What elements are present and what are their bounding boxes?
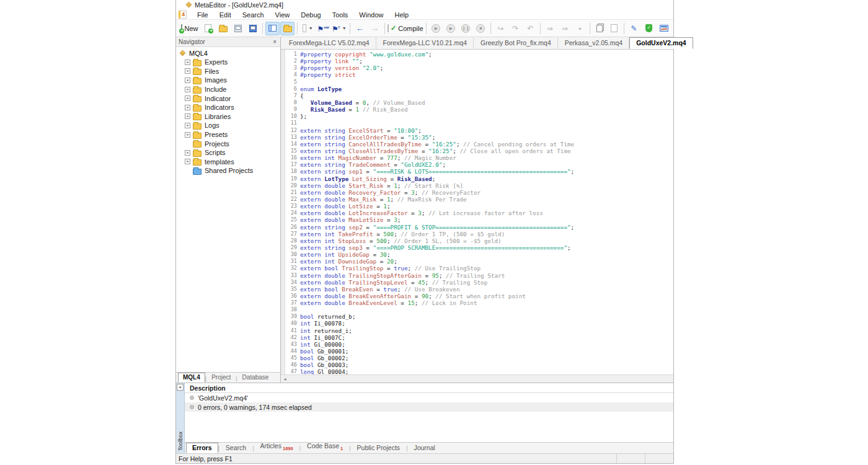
editor-tab-forexmega-llc-v10-21-mq4[interactable]: ForexMega-LLC V10.21.mq4 [376, 37, 474, 49]
toolbox-tab-articles[interactable]: Articles 1690 [254, 441, 299, 453]
code-line[interactable]: 15extern string CloseAllTradesByTime = "… [285, 148, 673, 154]
save-as-button[interactable] [246, 22, 260, 35]
tree-root-mql4[interactable]: MQL4 [176, 48, 280, 58]
expand-icon[interactable]: + [185, 123, 190, 128]
toolbox-tab-journal[interactable]: Journal [407, 443, 441, 453]
code-line[interactable]: 25extern double MaxLotSize = 3; [285, 216, 673, 223]
error-list-row[interactable]: 'GoldUxeV2.mq4' [185, 393, 673, 402]
code-line[interactable]: 14extern string CancelAllTradesByTime = … [285, 141, 673, 148]
forward-button[interactable]: → [368, 22, 382, 35]
code-line[interactable]: 44bool Gb_00001; [285, 348, 673, 355]
toolbox-tab-search[interactable]: Search [219, 443, 252, 453]
menu-item-debug[interactable]: Debug [295, 11, 326, 19]
code-line[interactable]: 9 Risk_Based = 1 // Risk_Based [285, 106, 673, 113]
navigator-tab-project[interactable]: Project [206, 373, 236, 383]
code-line[interactable]: 20extern double Start_Risk = 1; // Start… [285, 182, 673, 189]
copy-button[interactable] [592, 22, 606, 35]
expand-icon[interactable]: + [185, 68, 190, 74]
toggle-toolbox-button[interactable] [280, 22, 294, 35]
code-line[interactable]: 34extern double TrailingStopLevel = 45; … [285, 279, 673, 286]
menu-item-search[interactable]: Search [237, 11, 270, 19]
next-statement-button[interactable]: ⇒ [558, 22, 572, 35]
code-line[interactable]: 19extern LotType Lot_Sizing = Risk_Based… [285, 175, 673, 182]
expand-icon[interactable]: + [185, 60, 190, 65]
scroll-left-icon[interactable]: ◄ [281, 375, 289, 383]
code-line[interactable]: 26extern string sep2 = "====PROFIT & STO… [285, 224, 673, 231]
toolbox-tab-public-projects[interactable]: Public Projects [351, 443, 406, 453]
menu-item-window[interactable]: Window [353, 11, 389, 19]
toolbox-tab-code-base[interactable]: Code Base 1 [301, 441, 349, 453]
open-terminal-button[interactable] [657, 22, 671, 35]
code-line[interactable]: 2#property link ""; [285, 58, 673, 64]
expand-icon[interactable]: + [185, 78, 190, 83]
error-list-row[interactable]: 0 errors, 0 warnings, 174 msec elapsed [185, 402, 673, 412]
code-line[interactable]: 31extern int DownsideGap = 20; [285, 258, 673, 265]
code-line[interactable]: 6enum LotType [285, 86, 673, 92]
code-line[interactable]: 41int returned_i; [285, 327, 673, 334]
tree-item-presets[interactable]: +Presets [176, 130, 280, 140]
toolbox-tab-errors[interactable]: Errors [186, 443, 218, 453]
back-button[interactable]: ← [353, 22, 367, 35]
tree-item-projects[interactable]: Projects [176, 139, 280, 148]
tree-item-indicators[interactable]: +Indicators [176, 103, 280, 112]
debug-stop-button[interactable]: ■ [474, 22, 488, 35]
expand-icon[interactable]: + [185, 87, 190, 92]
editor-tab-golduxev2-mq4[interactable]: GoldUxeV2.mq4 [629, 37, 693, 49]
save-button[interactable] [231, 22, 245, 35]
mql5-community-button[interactable]: ✓ [642, 22, 656, 35]
toolbox-close-icon[interactable]: × [177, 384, 184, 391]
tree-item-images[interactable]: +Images [176, 76, 280, 85]
code-line[interactable]: 21extern double Recovery_Factor = 3; // … [285, 189, 673, 196]
debug-resume-button[interactable]: ▶ [444, 22, 458, 35]
new-button[interactable]: + New [179, 22, 200, 35]
code-line[interactable]: 16extern int MagicNumber = 777; // Magic… [285, 154, 673, 161]
styler-dropdown-button[interactable]: ▼ [300, 22, 316, 35]
expand-icon[interactable]: + [185, 150, 190, 156]
editor-tab-greezly-bot-pro-fix-mq4[interactable]: Greezly Bot Pro_fix.mq4 [474, 37, 558, 49]
open-button[interactable] [216, 22, 230, 35]
navigator-tab-database[interactable]: Database [237, 373, 274, 383]
code-line[interactable]: 43int Gi_00000; [285, 341, 673, 348]
code-line[interactable]: 37extern double BreakEvenLevel = 15; // … [285, 299, 673, 306]
code-line[interactable]: 36extern double BreakEvenAfterGain = 90;… [285, 293, 673, 299]
tree-item-scripts[interactable]: +Scripts [176, 148, 280, 157]
expand-icon[interactable]: + [185, 95, 190, 101]
code-line[interactable]: 23extern double LotSize = 1; [285, 203, 673, 210]
expand-icon[interactable]: + [185, 159, 190, 164]
expand-icon[interactable]: + [185, 105, 190, 110]
tree-item-shared-projects[interactable]: Shared Projects [176, 166, 280, 175]
expand-icon[interactable]: + [185, 132, 190, 138]
tree-item-files[interactable]: +Files [176, 67, 280, 76]
code-line[interactable]: 47long Gl_00004; [285, 368, 673, 374]
code-line[interactable]: 45bool Gb_00002; [285, 355, 673, 361]
code-line[interactable]: 7{ [285, 92, 673, 99]
menu-item-help[interactable]: Help [389, 11, 414, 19]
code-line[interactable]: 30extern int UpsideGap = 30; [285, 251, 673, 258]
tree-item-indicator[interactable]: +Indicator [176, 94, 280, 103]
code-line[interactable]: 39bool returned_b; [285, 313, 673, 320]
code-line[interactable]: 18extern string sep1 = "====RISK & LOTS=… [285, 168, 673, 175]
code-line[interactable]: 46bool Gb_00003; [285, 361, 673, 368]
code-line[interactable]: 33extern double TrailingStopAfterGain = … [285, 272, 673, 279]
compile-button[interactable]: ✓ Compile [387, 22, 423, 35]
code-line[interactable]: 32extern bool TrailingStop = true; // Us… [285, 265, 673, 272]
menu-item-edit[interactable]: Edit [214, 11, 237, 19]
styler-button[interactable]: ✎ [627, 22, 641, 35]
code-line[interactable]: 24extern double LotIncreaseFactor = 3; /… [285, 210, 673, 216]
code-line[interactable]: 22extern double Max_Risk = 1; // MaxRisk… [285, 196, 673, 203]
horizontal-scrollbar[interactable]: ◄ [281, 374, 673, 383]
menu-item-view[interactable]: View [270, 11, 296, 19]
code-line[interactable]: 27extern int TakeProfit = 500; // Order … [285, 231, 673, 237]
debug-pause-button[interactable]: ❙❙ [459, 22, 473, 35]
breakpoint-button[interactable]: ▪ [573, 22, 587, 35]
var-flag-button[interactable]: ⚑var [316, 22, 330, 35]
tree-item-experts[interactable]: +Experts [176, 58, 280, 67]
code-line[interactable]: 28extern int StopLoss = 500; // Order 1 … [285, 237, 673, 244]
debug-start-button[interactable]: ▶ [429, 22, 443, 35]
navigator-tab-mql4[interactable]: MQL4 [178, 373, 205, 383]
code-line[interactable]: 42int Ii_0007C; [285, 334, 673, 341]
code-editor[interactable]: 1#property copyright "www.golduxe.com";2… [281, 50, 673, 374]
code-line[interactable]: 3#property version "2.0"; [285, 64, 673, 71]
editor-tab-forexmega-llc-v5-02-mq4[interactable]: ForexMega-LLC V5.02.mq4 [282, 37, 376, 49]
run-to-cursor-button[interactable]: ⇒ [543, 22, 557, 35]
